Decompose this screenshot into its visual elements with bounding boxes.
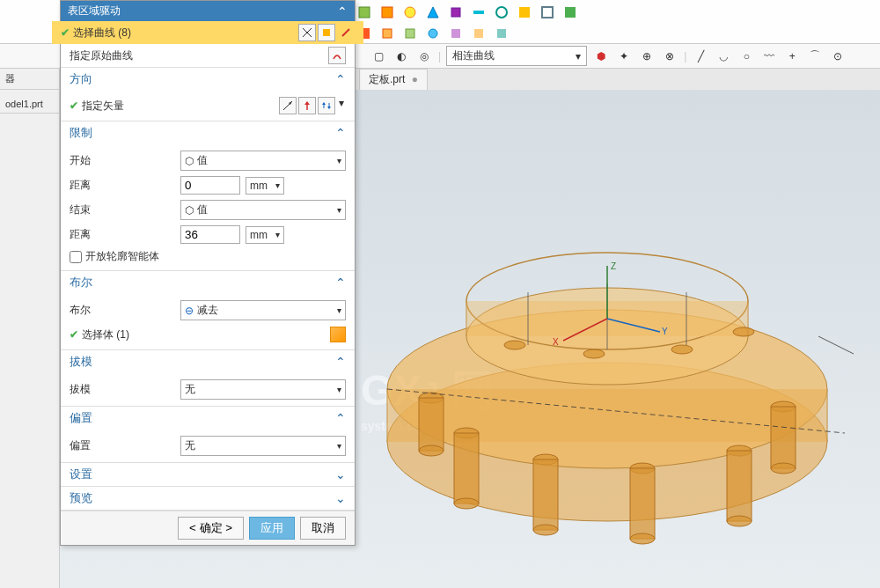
- draft-dropdown[interactable]: 无 ▾: [180, 379, 346, 400]
- curve-rule-icon[interactable]: [318, 24, 335, 41]
- apply-button[interactable]: 应用: [249, 517, 295, 540]
- tool-icon-7[interactable]: [493, 4, 510, 21]
- tool-icon-2[interactable]: [378, 4, 396, 21]
- collapse-arrow-icon: ⌃: [335, 276, 346, 290]
- collapse-arrow-icon: ⌃: [335, 411, 346, 425]
- tool-icon-10[interactable]: [561, 4, 579, 21]
- collapse-arrow-icon: ⌃: [335, 72, 346, 86]
- svg-marker-67: [322, 102, 326, 105]
- start-dropdown[interactable]: ⬡ 值 ▾: [180, 151, 346, 171]
- distance2-input[interactable]: [180, 225, 240, 244]
- tool-icon-4[interactable]: [424, 4, 442, 21]
- offset-section-label: 偏置: [70, 410, 92, 426]
- svg-rect-16: [497, 29, 506, 38]
- tool-icon-6[interactable]: [470, 4, 488, 21]
- sketch-spline-icon[interactable]: 〰: [760, 48, 778, 65]
- svg-rect-62: [323, 29, 330, 36]
- dialog-title: 表区域驱动: [68, 4, 121, 18]
- distance2-unit: mm: [250, 229, 268, 241]
- draft-section-header[interactable]: 拔模 ⌃: [61, 349, 355, 373]
- preview-section-header[interactable]: 预览 ⌄: [61, 486, 355, 511]
- orig-curve-icon[interactable]: [328, 47, 346, 64]
- ok-button[interactable]: < 确定 >: [178, 517, 244, 540]
- reverse-direction-icon[interactable]: [318, 97, 335, 114]
- sketch-point-icon[interactable]: +: [783, 48, 801, 65]
- collapse-arrow-icon: ⌃: [335, 355, 346, 369]
- distance2-unit-dropdown[interactable]: mm ▾: [246, 226, 284, 244]
- select-curve-row[interactable]: ✔选择曲线 (8): [52, 21, 363, 44]
- distance1-unit-dropdown[interactable]: mm ▾: [246, 177, 284, 195]
- svg-rect-30: [533, 459, 558, 530]
- extrude-dialog: 表区域驱动 ⌃ ✔选择曲线 (8) 指定原始曲线 方向 ⌃ ✔指定矢量: [60, 0, 356, 546]
- direction-section-header[interactable]: 方向 ⌃: [61, 67, 355, 91]
- svg-rect-42: [419, 398, 444, 451]
- left-tab-model1[interactable]: odel1.prt: [0, 95, 59, 114]
- stop-at-intersection-icon[interactable]: [337, 24, 355, 41]
- tool-icon-b7[interactable]: [493, 25, 510, 42]
- sketch-rect-icon[interactable]: ⌒: [806, 48, 824, 65]
- svg-point-37: [727, 516, 752, 526]
- svg-rect-19: [387, 389, 827, 442]
- sketch-section-icon[interactable]: [298, 24, 316, 41]
- tool-icon-8[interactable]: [516, 4, 533, 21]
- opt-icon-2[interactable]: ✦: [615, 48, 633, 65]
- tool-icon-b3[interactable]: [401, 25, 419, 42]
- svg-marker-3: [428, 7, 438, 18]
- sketch-arc-icon[interactable]: ◡: [715, 48, 732, 65]
- opt-icon-1[interactable]: ⬢: [592, 48, 610, 65]
- opt-icon-4[interactable]: ⊗: [661, 48, 678, 65]
- offset-section-header[interactable]: 偏置 ⌃: [61, 406, 355, 430]
- model-3d: Z Y X: [352, 178, 862, 583]
- collapse-arrow-icon: ⌃: [335, 126, 346, 140]
- left-panel: 器 odel1.prt: [0, 69, 60, 588]
- svg-point-45: [583, 349, 605, 358]
- body-filter-icon[interactable]: ◎: [415, 48, 433, 65]
- vector-caret-icon[interactable]: ▾: [337, 97, 346, 114]
- curve-rule-dropdown[interactable]: 相连曲线 ▾: [446, 46, 587, 66]
- svg-rect-39: [771, 407, 796, 468]
- dialog-header: 表区域驱动 ⌃: [61, 1, 355, 21]
- end-value: 值: [197, 202, 208, 217]
- svg-point-13: [429, 29, 437, 38]
- svg-rect-12: [406, 29, 414, 38]
- boolean-dropdown[interactable]: ⊖ 减去 ▾: [180, 300, 346, 320]
- opt-icon-3[interactable]: ⊕: [638, 48, 656, 65]
- distance1-input[interactable]: [180, 176, 240, 195]
- end-dropdown[interactable]: ⬡ 值 ▾: [180, 200, 346, 220]
- smart-body-checkbox[interactable]: [70, 251, 82, 263]
- draft-value: 无: [185, 382, 195, 397]
- preview-section-label: 预览: [70, 490, 92, 506]
- limits-section-header[interactable]: 限制 ⌃: [61, 121, 355, 144]
- sketch-line-icon[interactable]: ╱: [692, 48, 709, 65]
- tool-icon-1[interactable]: [356, 4, 373, 21]
- vector-dialog-icon[interactable]: [279, 97, 297, 114]
- left-tab-0[interactable]: 器: [0, 69, 59, 90]
- limits-section-label: 限制: [70, 125, 92, 141]
- tool-icon-9[interactable]: [539, 4, 556, 21]
- tool-icon-b4[interactable]: [424, 25, 442, 42]
- tool-icon-b6[interactable]: [470, 25, 488, 42]
- offset-dropdown[interactable]: 无 ▾: [180, 436, 346, 456]
- expand-arrow-icon: ⌄: [335, 467, 346, 481]
- svg-rect-15: [474, 29, 483, 38]
- expand-arrow-icon: ⌄: [335, 491, 346, 505]
- sketch-circle-icon[interactable]: ○: [737, 48, 755, 65]
- tool-icon-b2[interactable]: [378, 25, 396, 42]
- settings-section-header[interactable]: 设置 ⌄: [61, 462, 355, 486]
- solid-body-icon[interactable]: [330, 327, 346, 342]
- no-filter-icon[interactable]: ▢: [370, 48, 387, 65]
- tool-icon-3[interactable]: [401, 4, 419, 21]
- boolean-section-header[interactable]: 布尔 ⌃: [61, 270, 355, 294]
- specify-orig-curve-label: 指定原始曲线: [70, 48, 133, 63]
- cancel-button[interactable]: 取消: [300, 517, 346, 540]
- tab-dingban[interactable]: 定板.prt ●: [359, 69, 428, 90]
- tool-icon-5[interactable]: [447, 4, 465, 21]
- svg-line-55: [818, 336, 854, 354]
- sketch-ellipse-icon[interactable]: ⊙: [829, 48, 847, 65]
- curve-filter-icon[interactable]: ◐: [392, 48, 410, 65]
- svg-point-40: [771, 463, 796, 474]
- inferred-vector-icon[interactable]: [298, 97, 316, 114]
- tool-icon-b5[interactable]: [447, 25, 465, 42]
- collapse-up-icon[interactable]: ⌃: [337, 4, 348, 18]
- check-icon: ✔: [61, 26, 70, 39]
